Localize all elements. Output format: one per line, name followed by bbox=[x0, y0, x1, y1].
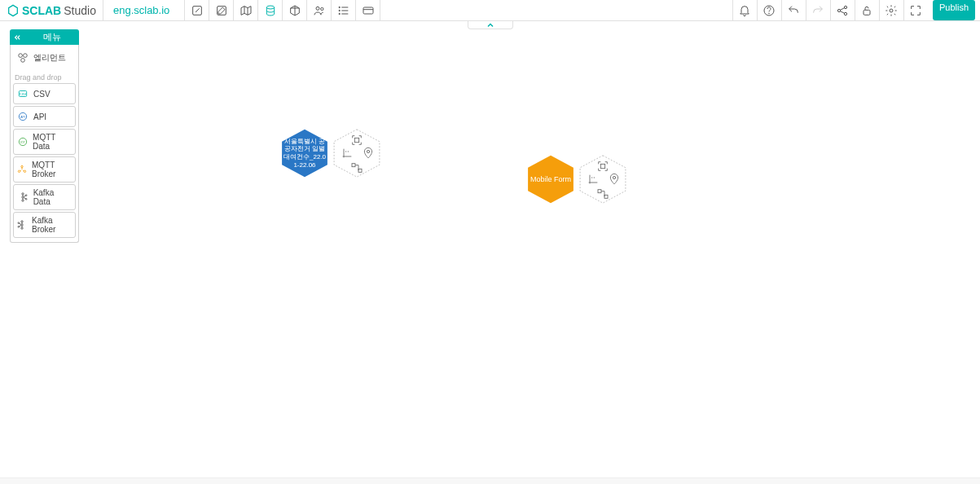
node-attach-zone[interactable] bbox=[332, 128, 382, 178]
attach-axis-icon[interactable] bbox=[340, 146, 354, 161]
sidebar-title: 메뉴 bbox=[24, 31, 79, 43]
svg-point-40 bbox=[22, 193, 24, 195]
sidebar: 메뉴 엘리먼트 Drag and drop CSV CSV API API IO… bbox=[10, 29, 79, 243]
svg-rect-14 bbox=[864, 10, 870, 15]
sidebar-header: 메뉴 bbox=[10, 29, 79, 45]
svg-rect-8 bbox=[363, 7, 373, 14]
svg-point-37 bbox=[21, 165, 23, 167]
svg-point-6 bbox=[339, 10, 340, 11]
csv-icon: CSV bbox=[16, 87, 29, 100]
elements-icon bbox=[16, 51, 29, 64]
attach-flow-icon[interactable] bbox=[595, 187, 610, 201]
sidebar-item-kafka-broker[interactable]: Kafka Broker bbox=[13, 212, 76, 238]
sidebar-section-label: Drag and drop bbox=[13, 70, 76, 83]
node-label: Mobile Form bbox=[527, 175, 574, 184]
svg-point-10 bbox=[769, 13, 770, 14]
svg-rect-26 bbox=[598, 190, 601, 193]
footer-bar bbox=[0, 477, 980, 484]
tool-data-icon[interactable] bbox=[258, 0, 283, 20]
attach-axis-icon[interactable] bbox=[586, 172, 600, 187]
svg-point-39 bbox=[24, 170, 25, 172]
svg-point-25 bbox=[613, 176, 615, 178]
api-icon: API bbox=[16, 110, 29, 123]
svg-point-29 bbox=[24, 54, 28, 58]
panel-pull-tab[interactable] bbox=[468, 21, 513, 29]
sidebar-collapse-icon[interactable] bbox=[10, 34, 24, 41]
svg-rect-24 bbox=[600, 164, 604, 168]
svg-text:IOT: IOT bbox=[20, 141, 26, 144]
attach-location-icon[interactable] bbox=[607, 172, 622, 187]
tool-card-icon[interactable] bbox=[356, 0, 380, 20]
node-mobile-form[interactable]: Mobile Form bbox=[525, 154, 628, 205]
sidebar-item-label: MQTT Broker bbox=[32, 161, 73, 178]
sidebar-item-label: Kafka Data bbox=[33, 188, 73, 206]
svg-point-41 bbox=[22, 196, 24, 198]
project-name[interactable]: eng.sclab.io bbox=[103, 0, 185, 20]
node-attach-zone[interactable] bbox=[578, 154, 628, 205]
publish-button[interactable]: Publish bbox=[933, 0, 975, 20]
svg-rect-27 bbox=[604, 195, 608, 198]
share-icon[interactable] bbox=[830, 0, 855, 20]
kafka-data-icon bbox=[16, 191, 29, 204]
attach-flow-icon[interactable] bbox=[349, 161, 364, 175]
settings-icon[interactable] bbox=[879, 0, 903, 20]
kafka-broker-icon bbox=[16, 218, 28, 231]
redo-icon[interactable] bbox=[806, 0, 830, 20]
tool-form-icon[interactable] bbox=[209, 0, 234, 20]
sidebar-item-kafka-data[interactable]: Kafka Data bbox=[13, 184, 76, 210]
node-data-blue[interactable]: 서울특별시 공공자전거 일별 대여건수_22.01-22.06 bbox=[279, 128, 382, 178]
sidebar-item-label: API bbox=[33, 112, 46, 121]
svg-point-30 bbox=[21, 59, 25, 63]
logo-main: SCLAB bbox=[22, 4, 61, 17]
sidebar-item-elements[interactable]: 엘리먼트 bbox=[13, 47, 76, 68]
sidebar-item-label: Kafka Broker bbox=[32, 216, 73, 234]
svg-point-45 bbox=[21, 221, 23, 222]
svg-point-4 bbox=[320, 7, 323, 10]
svg-text:API: API bbox=[20, 116, 25, 119]
canvas[interactable]: 서울특별시 공공자전거 일별 대여건수_22.01-22.06 Mobile F… bbox=[0, 21, 980, 484]
tool-map-icon[interactable] bbox=[234, 0, 258, 20]
notification-icon[interactable] bbox=[732, 0, 757, 20]
sidebar-item-csv[interactable]: CSV CSV bbox=[13, 83, 76, 104]
svg-point-11 bbox=[838, 9, 841, 11]
mqtt-data-icon: IOT bbox=[16, 135, 29, 148]
sidebar-item-mqtt-data[interactable]: IOT MQTT Data bbox=[13, 129, 76, 155]
svg-point-38 bbox=[18, 170, 20, 172]
logo-sub: Studio bbox=[64, 4, 96, 17]
attach-location-icon[interactable] bbox=[361, 146, 376, 161]
svg-rect-21 bbox=[358, 169, 362, 172]
sidebar-item-mqtt-broker[interactable]: MQTT Broker bbox=[13, 156, 76, 183]
help-icon[interactable] bbox=[757, 0, 781, 20]
mqtt-broker-icon bbox=[16, 163, 28, 176]
sidebar-item-api[interactable]: API API bbox=[13, 106, 76, 127]
undo-icon[interactable] bbox=[781, 0, 806, 20]
svg-text:CSV: CSV bbox=[20, 92, 27, 96]
unlock-icon[interactable] bbox=[855, 0, 879, 20]
sidebar-item-label: 엘리먼트 bbox=[33, 52, 66, 64]
svg-point-42 bbox=[22, 200, 24, 201]
tool-edit-icon[interactable] bbox=[185, 0, 209, 20]
sidebar-item-label: CSV bbox=[33, 90, 51, 99]
svg-point-5 bbox=[339, 7, 340, 7]
tool-list-icon[interactable] bbox=[332, 0, 356, 20]
logo-icon bbox=[7, 4, 20, 17]
svg-point-13 bbox=[845, 12, 847, 15]
sidebar-item-label: MQTT Data bbox=[33, 133, 73, 151]
svg-point-47 bbox=[21, 227, 23, 229]
svg-point-19 bbox=[367, 150, 369, 152]
svg-rect-18 bbox=[354, 138, 358, 142]
svg-point-2 bbox=[266, 6, 274, 9]
tool-module-icon[interactable] bbox=[283, 0, 307, 20]
svg-rect-20 bbox=[352, 164, 355, 167]
svg-point-3 bbox=[316, 7, 319, 10]
app-logo: SCLAB Studio bbox=[0, 4, 103, 17]
fullscreen-icon[interactable] bbox=[903, 0, 928, 20]
node-label: 서울특별시 공공자전거 일별 대여건수_22.01-22.06 bbox=[279, 138, 330, 169]
svg-point-15 bbox=[890, 9, 893, 12]
svg-point-28 bbox=[19, 54, 23, 58]
tool-users-icon[interactable] bbox=[307, 0, 332, 20]
svg-point-7 bbox=[339, 13, 340, 14]
svg-point-46 bbox=[21, 224, 23, 226]
svg-point-12 bbox=[845, 6, 847, 8]
